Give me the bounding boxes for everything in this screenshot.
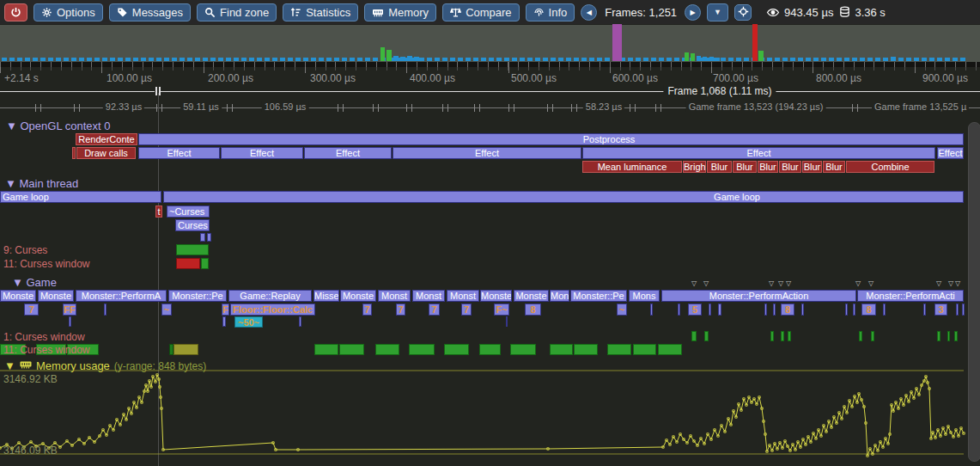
subframe-label[interactable]: Game frame 13,525 µ bbox=[872, 101, 969, 112]
zone[interactable]: Monster::PerformA bbox=[76, 290, 167, 302]
zone[interactable]: Mons bbox=[629, 290, 660, 302]
subframe-label[interactable]: 106.59 µs bbox=[262, 101, 309, 112]
zone[interactable]: Monste bbox=[514, 290, 549, 302]
zone[interactable]: Blur bbox=[802, 161, 822, 173]
message-marker-icon[interactable]: ▽ bbox=[703, 279, 709, 287]
message-marker-icon[interactable]: ▽ bbox=[936, 279, 941, 287]
message-marker-icon[interactable]: ▽ bbox=[855, 279, 861, 287]
zone[interactable] bbox=[176, 244, 209, 255]
vertical-scrollbar[interactable] bbox=[968, 122, 980, 462]
zone[interactable]: Brigh bbox=[683, 161, 706, 173]
find-zone-button[interactable]: Find zone bbox=[197, 3, 277, 21]
zone[interactable]: FF bbox=[63, 304, 76, 316]
zone[interactable] bbox=[200, 233, 205, 242]
zone[interactable]: Monst bbox=[378, 290, 411, 302]
zone[interactable]: 7 bbox=[24, 304, 39, 316]
zone[interactable]: Draw calls bbox=[76, 147, 136, 159]
zone[interactable]: F~ bbox=[494, 304, 509, 316]
zone[interactable] bbox=[375, 344, 399, 355]
zone[interactable]: Combine bbox=[846, 161, 934, 173]
zone[interactable] bbox=[691, 331, 697, 341]
zone[interactable] bbox=[550, 344, 573, 355]
memory-button[interactable]: Memory bbox=[364, 3, 436, 21]
zone[interactable] bbox=[163, 191, 964, 203]
options-button[interactable]: Options bbox=[33, 3, 103, 21]
goto-frame-button[interactable] bbox=[734, 4, 752, 21]
section-header-game[interactable]: ▼ Game bbox=[12, 276, 57, 289]
zone[interactable] bbox=[709, 304, 711, 316]
zone[interactable]: Blur bbox=[823, 161, 845, 173]
zone[interactable]: 3 bbox=[934, 304, 947, 316]
frame-set-menu-button[interactable]: ▼ bbox=[707, 3, 728, 21]
zone[interactable] bbox=[962, 304, 965, 316]
zone[interactable] bbox=[201, 258, 209, 269]
zone[interactable] bbox=[788, 331, 791, 341]
zone[interactable]: Blur bbox=[733, 161, 757, 173]
zone[interactable] bbox=[339, 344, 364, 355]
zone[interactable] bbox=[393, 147, 581, 159]
zone[interactable]: Monster::Pe bbox=[168, 290, 227, 302]
zone[interactable] bbox=[222, 316, 226, 327]
zone[interactable]: 7 bbox=[396, 304, 405, 316]
zone[interactable] bbox=[859, 331, 862, 341]
statistics-button[interactable]: Statistics bbox=[283, 3, 358, 21]
zone[interactable] bbox=[299, 316, 301, 327]
prev-frame-button[interactable]: ◀ bbox=[581, 4, 597, 21]
current-frame-label[interactable]: Frame 1,068 (1.11 ms) bbox=[663, 85, 776, 97]
message-marker-icon[interactable]: ▽ bbox=[948, 279, 953, 287]
zone[interactable]: Game::Replay bbox=[228, 290, 312, 302]
zone[interactable]: ~Curses bbox=[167, 205, 210, 218]
zone[interactable] bbox=[72, 147, 76, 159]
section-header-opengl[interactable]: ▼ OpenGL context 0 bbox=[6, 120, 111, 132]
zone[interactable]: Monste bbox=[480, 290, 512, 302]
zone[interactable] bbox=[506, 316, 508, 327]
zone[interactable] bbox=[633, 344, 656, 355]
zone[interactable]: Effect bbox=[582, 147, 935, 159]
zone[interactable] bbox=[801, 304, 804, 316]
zone[interactable]: Monster::Pe bbox=[570, 290, 627, 302]
zone[interactable]: Monste bbox=[340, 290, 376, 302]
next-frame-button[interactable]: ▶ bbox=[685, 4, 701, 21]
zone[interactable] bbox=[176, 258, 200, 269]
zone[interactable]: Monste bbox=[38, 290, 74, 302]
zone[interactable] bbox=[781, 331, 784, 341]
info-button[interactable]: Info bbox=[526, 3, 575, 21]
zone[interactable] bbox=[845, 304, 848, 316]
zone[interactable] bbox=[773, 304, 776, 316]
zone[interactable]: 8 bbox=[861, 304, 876, 316]
zone[interactable]: Effect bbox=[937, 147, 964, 159]
time-axis[interactable]: +2.14 s 100.00 µs200.00 µs300.00 µs400.0… bbox=[0, 67, 980, 86]
zone[interactable] bbox=[937, 331, 940, 341]
zone[interactable] bbox=[69, 316, 71, 327]
zone[interactable]: Curses bbox=[175, 219, 210, 231]
zone[interactable]: ~ bbox=[617, 304, 627, 316]
power-button[interactable] bbox=[4, 3, 27, 21]
zone[interactable]: Missed bbox=[313, 290, 339, 302]
zone[interactable]: 8 bbox=[781, 304, 794, 316]
zone[interactable] bbox=[314, 344, 338, 355]
message-marker-icon[interactable]: ▽ bbox=[691, 279, 697, 287]
message-marker-icon[interactable]: ▽ bbox=[786, 279, 791, 287]
zone[interactable] bbox=[871, 331, 874, 341]
subframe-label[interactable]: 92.33 µs bbox=[103, 101, 144, 112]
zone[interactable] bbox=[444, 344, 469, 355]
zone[interactable] bbox=[510, 344, 536, 355]
zone[interactable] bbox=[954, 331, 958, 341]
zone[interactable]: RenderConte bbox=[76, 133, 137, 145]
zone[interactable] bbox=[883, 304, 886, 316]
zone[interactable]: Mons bbox=[550, 290, 569, 302]
zone[interactable]: Monst bbox=[412, 290, 445, 302]
zone[interactable]: F bbox=[222, 304, 229, 316]
zone[interactable] bbox=[770, 331, 774, 341]
zone[interactable]: 7 bbox=[461, 304, 472, 316]
zone[interactable] bbox=[853, 304, 855, 316]
message-marker-icon[interactable]: ▽ bbox=[868, 279, 873, 287]
zone[interactable] bbox=[678, 304, 680, 316]
zone[interactable] bbox=[658, 344, 682, 355]
zone[interactable]: Effect bbox=[221, 147, 303, 159]
zone[interactable] bbox=[409, 344, 435, 355]
zone[interactable]: 7 bbox=[362, 304, 372, 316]
subframe-label[interactable]: 58.23 µs bbox=[583, 101, 624, 112]
zone[interactable] bbox=[956, 304, 959, 316]
zone[interactable]: Monst bbox=[447, 290, 479, 302]
